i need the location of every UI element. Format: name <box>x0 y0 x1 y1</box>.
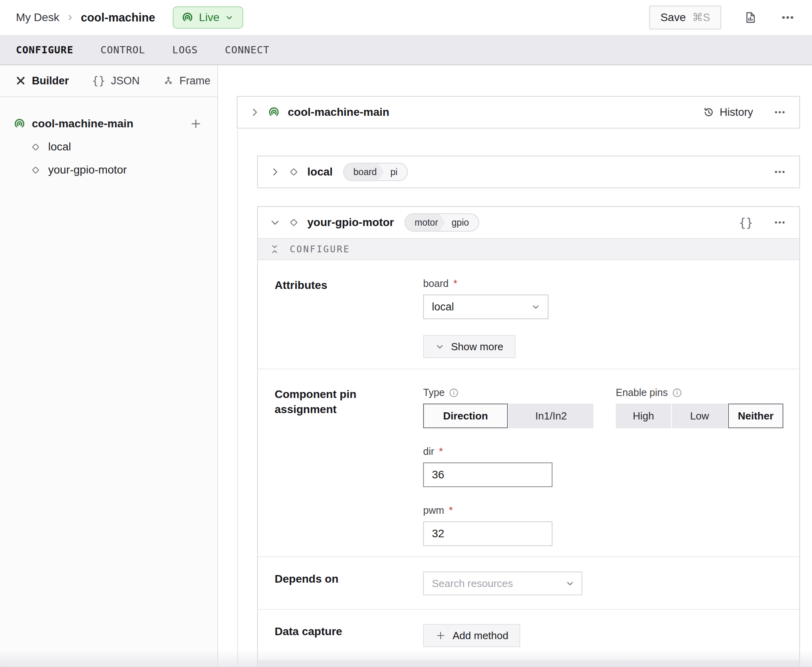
local-board-card: local board pi <box>257 156 800 188</box>
breadcrumb-chevron-icon <box>66 14 74 21</box>
enable-option-neither[interactable]: Neither <box>728 404 783 428</box>
frame-axes-icon <box>163 75 174 86</box>
tag-model: gpio <box>445 214 478 231</box>
tag-type: motor <box>405 214 445 231</box>
tree-item-machine[interactable]: cool-machine-main <box>14 112 202 135</box>
info-icon[interactable] <box>672 388 682 398</box>
view-switcher: Builder {} JSON Frame <box>0 65 217 97</box>
configure-section-toggle[interactable]: CONFIGURE <box>258 238 799 260</box>
chevron-right-icon[interactable] <box>250 107 260 117</box>
save-button[interactable]: Save ⌘S <box>649 6 721 29</box>
pin-assignment-label: Component pin assignment <box>275 387 378 546</box>
history-button[interactable]: History <box>703 106 753 119</box>
tab-connect[interactable]: CONNECT <box>225 44 269 56</box>
component-diamond-icon <box>30 165 41 176</box>
motor-card-menu-icon[interactable] <box>772 215 787 230</box>
dir-input[interactable] <box>423 462 552 487</box>
type-field: Type Direction In1/In2 <box>423 387 593 428</box>
machine-status-dropdown[interactable]: Live <box>173 6 243 29</box>
plus-icon <box>435 630 446 641</box>
live-broadcast-icon <box>182 12 193 23</box>
add-method-label: Add method <box>453 630 508 642</box>
machine-part-icon <box>268 106 280 118</box>
chevron-down-icon <box>531 302 541 312</box>
tab-logs[interactable]: LOGS <box>172 44 198 56</box>
tools-icon <box>15 75 26 86</box>
tag-model: pi <box>384 164 407 180</box>
enable-pins-field: Enable pins High Low Neither <box>616 387 783 428</box>
tree-item-local[interactable]: local <box>14 135 202 158</box>
machine-card-header[interactable]: cool-machine-main History <box>238 97 799 128</box>
enable-option-low[interactable]: Low <box>672 404 727 428</box>
chevron-down-icon <box>225 13 234 22</box>
chevron-down-icon[interactable] <box>270 217 280 228</box>
machine-part-card: cool-machine-main History <box>237 96 800 129</box>
depends-on-select[interactable] <box>423 571 582 595</box>
topbar-actions: Save ⌘S <box>649 6 796 29</box>
configure-section-label: CONFIGURE <box>290 244 350 254</box>
test-section-toggle[interactable]: TEST <box>258 661 799 667</box>
machine-tab-bar: CONFIGURE CONTROL LOGS CONNECT <box>0 35 812 65</box>
pwm-field: pwm* <box>423 505 783 546</box>
breadcrumb-machine-name: cool-machine <box>81 11 155 24</box>
component-diamond-icon <box>30 142 41 152</box>
show-more-label: Show more <box>451 341 504 353</box>
local-card-menu-icon[interactable] <box>772 164 787 179</box>
add-method-button[interactable]: Add method <box>423 624 520 647</box>
motor-json-icon[interactable]: {} <box>737 214 755 231</box>
tree-thread-line <box>237 129 238 667</box>
type-option-in1in2[interactable]: In1/In2 <box>509 404 593 428</box>
board-field-label: board* <box>423 278 783 289</box>
view-builder-label: Builder <box>32 75 69 87</box>
required-marker: * <box>453 278 457 289</box>
attributes-row: Attributes board* local <box>258 260 799 369</box>
history-clock-icon <box>703 107 714 118</box>
show-more-button[interactable]: Show more <box>423 335 515 358</box>
more-menu-icon[interactable] <box>779 9 796 26</box>
depends-on-label: Depends on <box>275 571 378 595</box>
enable-pins-segmented-control: High Low Neither <box>616 404 783 428</box>
dir-field-label: dir* <box>423 446 783 457</box>
view-json[interactable]: {} JSON <box>92 74 140 88</box>
tab-control[interactable]: CONTROL <box>100 44 145 56</box>
dir-field: dir* <box>423 446 783 487</box>
motor-card-header[interactable]: your-gpio-motor motor gpio {} <box>258 207 799 238</box>
config-canvas: cool-machine-main History <box>218 65 812 667</box>
chevron-down-icon <box>435 342 445 351</box>
required-marker: * <box>439 446 443 457</box>
tree-local-label: local <box>48 140 71 153</box>
machine-card-menu-icon[interactable] <box>772 105 787 120</box>
enable-option-high[interactable]: High <box>616 404 671 428</box>
tree-machine-label: cool-machine-main <box>32 117 133 130</box>
tab-configure[interactable]: CONFIGURE <box>16 44 73 56</box>
tree-item-your-gpio-motor[interactable]: your-gpio-motor <box>14 158 202 181</box>
depends-on-search-input[interactable] <box>432 577 565 590</box>
braces-icon: {} <box>92 74 105 88</box>
view-builder[interactable]: Builder <box>15 75 69 87</box>
collapse-vertical-icon <box>270 244 279 254</box>
board-select[interactable]: local <box>423 294 548 319</box>
pin-assignment-row: Component pin assignment Type <box>258 369 799 556</box>
type-field-label: Type <box>423 387 593 398</box>
component-diamond-icon <box>288 217 299 228</box>
local-card-header[interactable]: local board pi <box>258 156 799 187</box>
view-json-label: JSON <box>111 75 140 87</box>
save-button-label: Save <box>660 11 686 24</box>
add-component-icon[interactable] <box>189 117 202 130</box>
depends-on-row: Depends on <box>258 556 799 609</box>
info-icon[interactable] <box>449 388 459 398</box>
data-capture-row: Data capture Add method <box>258 609 799 661</box>
pwm-input[interactable] <box>423 521 552 546</box>
board-select-value: local <box>432 301 454 313</box>
view-frame[interactable]: Frame <box>163 75 211 87</box>
app-root: My Desk cool-machine Live Save ⌘S <box>0 0 812 667</box>
type-option-direction[interactable]: Direction <box>423 404 508 428</box>
machine-card-title: cool-machine-main <box>288 106 389 119</box>
chevron-right-icon[interactable] <box>270 167 280 177</box>
breadcrumb-root[interactable]: My Desk <box>16 11 59 24</box>
tree-motor-label: your-gpio-motor <box>48 164 127 176</box>
save-shortcut-hint: ⌘S <box>692 11 710 24</box>
tag-type: board <box>344 164 384 180</box>
machine-report-icon[interactable] <box>742 9 759 26</box>
data-capture-label: Data capture <box>275 624 378 647</box>
